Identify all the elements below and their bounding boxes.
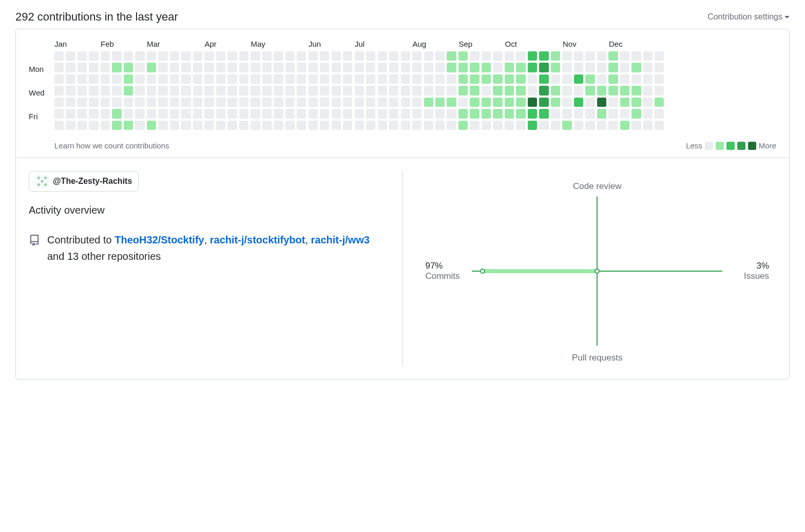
contribution-cell[interactable] <box>516 121 525 130</box>
contribution-cell[interactable] <box>585 109 595 118</box>
contribution-cell[interactable] <box>539 98 548 107</box>
contribution-cell[interactable] <box>227 74 237 84</box>
contribution-cell[interactable] <box>124 74 133 84</box>
contribution-cell[interactable] <box>147 86 156 95</box>
contribution-cell[interactable] <box>297 51 306 61</box>
contribution-cell[interactable] <box>412 121 421 130</box>
contribution-cell[interactable] <box>585 121 595 130</box>
contribution-cell[interactable] <box>78 74 87 84</box>
contribution-cell[interactable] <box>89 121 98 130</box>
contribution-cell[interactable] <box>343 109 352 118</box>
contribution-cell[interactable] <box>204 109 214 118</box>
contribution-cell[interactable] <box>216 51 225 61</box>
contribution-cell[interactable] <box>170 86 179 95</box>
contribution-cell[interactable] <box>608 98 618 107</box>
contribution-cell[interactable] <box>655 109 664 118</box>
contribution-cell[interactable] <box>505 51 514 61</box>
contribution-cell[interactable] <box>562 63 571 72</box>
contribution-cell[interactable] <box>112 74 121 84</box>
contribution-cell[interactable] <box>585 86 595 95</box>
contribution-cell[interactable] <box>574 74 583 84</box>
contribution-cell[interactable] <box>158 63 167 72</box>
contribution-cell[interactable] <box>309 98 318 107</box>
contribution-cell[interactable] <box>285 63 295 72</box>
contribution-cell[interactable] <box>124 51 133 61</box>
contribution-cell[interactable] <box>493 63 502 72</box>
contribution-cell[interactable] <box>482 51 491 61</box>
contribution-cell[interactable] <box>435 74 445 84</box>
contribution-cell[interactable] <box>493 98 502 107</box>
contribution-cell[interactable] <box>204 74 214 84</box>
contribution-cell[interactable] <box>597 51 606 61</box>
contribution-cell[interactable] <box>135 121 144 130</box>
contribution-cell[interactable] <box>424 98 433 107</box>
contribution-cell[interactable] <box>78 109 87 118</box>
contribution-cell[interactable] <box>204 63 214 72</box>
contribution-cell[interactable] <box>597 121 606 130</box>
contribution-cell[interactable] <box>643 63 653 72</box>
contribution-cell[interactable] <box>470 109 479 118</box>
contribution-cell[interactable] <box>585 98 595 107</box>
contribution-cell[interactable] <box>551 109 560 118</box>
contribution-cell[interactable] <box>251 121 260 130</box>
contribution-cell[interactable] <box>574 86 583 95</box>
contribution-cell[interactable] <box>574 98 583 107</box>
contribution-cell[interactable] <box>585 63 595 72</box>
contribution-cell[interactable] <box>435 86 445 95</box>
contribution-cell[interactable] <box>493 74 502 84</box>
contribution-cell[interactable] <box>585 51 595 61</box>
contribution-cell[interactable] <box>227 121 237 130</box>
contribution-cell[interactable] <box>551 51 560 61</box>
contribution-cell[interactable] <box>239 121 248 130</box>
contribution-cell[interactable] <box>470 74 479 84</box>
contribution-cell[interactable] <box>355 63 364 72</box>
contribution-cell[interactable] <box>516 98 525 107</box>
contribution-cell[interactable] <box>297 121 306 130</box>
contribution-cell[interactable] <box>458 51 468 61</box>
repo-link-1[interactable]: TheoH32/Stocktify <box>114 234 204 245</box>
contribution-cell[interactable] <box>285 98 295 107</box>
contribution-cell[interactable] <box>274 51 283 61</box>
contribution-cell[interactable] <box>147 121 156 130</box>
contribution-cell[interactable] <box>101 51 110 61</box>
contribution-cell[interactable] <box>343 51 352 61</box>
contribution-cell[interactable] <box>239 63 248 72</box>
contribution-cell[interactable] <box>227 109 237 118</box>
contribution-cell[interactable] <box>158 74 167 84</box>
contribution-cell[interactable] <box>216 98 225 107</box>
contribution-cell[interactable] <box>366 121 375 130</box>
contribution-cell[interactable] <box>389 86 398 95</box>
contribution-cell[interactable] <box>89 98 98 107</box>
contribution-cell[interactable] <box>309 74 318 84</box>
contribution-cell[interactable] <box>227 63 237 72</box>
contribution-cell[interactable] <box>366 74 375 84</box>
contribution-cell[interactable] <box>528 51 537 61</box>
contribution-cell[interactable] <box>458 63 468 72</box>
contribution-cell[interactable] <box>608 121 618 130</box>
contribution-cell[interactable] <box>158 109 167 118</box>
contribution-cell[interactable] <box>101 74 110 84</box>
contribution-cell[interactable] <box>401 74 410 84</box>
contribution-cell[interactable] <box>366 86 375 95</box>
contribution-cell[interactable] <box>493 121 502 130</box>
contribution-cell[interactable] <box>251 109 260 118</box>
contribution-cell[interactable] <box>539 63 548 72</box>
contribution-cell[interactable] <box>66 121 75 130</box>
contribution-cell[interactable] <box>239 74 248 84</box>
repo-link-2[interactable]: rachit-j/stocktifybot <box>210 234 305 245</box>
contribution-cell[interactable] <box>401 51 410 61</box>
contribution-cell[interactable] <box>170 121 179 130</box>
contribution-cell[interactable] <box>631 98 641 107</box>
contribution-cell[interactable] <box>389 98 398 107</box>
contribution-cell[interactable] <box>135 51 144 61</box>
contribution-cell[interactable] <box>274 86 283 95</box>
contribution-cell[interactable] <box>285 109 295 118</box>
contribution-cell[interactable] <box>193 121 202 130</box>
contribution-cell[interactable] <box>447 74 456 84</box>
contribution-cell[interactable] <box>378 74 387 84</box>
contribution-cell[interactable] <box>320 98 329 107</box>
contribution-cell[interactable] <box>78 63 87 72</box>
contribution-cell[interactable] <box>227 98 237 107</box>
contribution-cell[interactable] <box>643 121 653 130</box>
contribution-cell[interactable] <box>389 121 398 130</box>
